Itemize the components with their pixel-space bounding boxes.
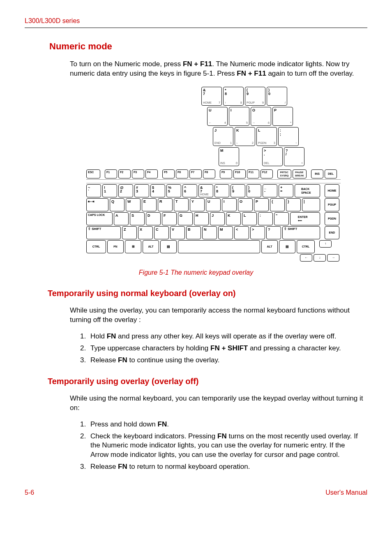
overlay-key: :;− [278, 127, 299, 146]
key-f1: F1 [105, 169, 117, 178]
key-esc: ESC [86, 169, 100, 178]
key-menu: ▤ [160, 240, 177, 253]
key-g: G [178, 212, 193, 225]
page-header: L300/L300D series [25, 16, 367, 28]
key-end: END [325, 226, 339, 239]
keyboard-number-row: ~` !1 @2 #3 $4 %5 ^6 &7HOME *8 (9 )0 _- … [86, 184, 341, 197]
key-4: $4 [150, 184, 165, 197]
key-2: @2 [118, 184, 133, 197]
key-t: T [174, 198, 189, 211]
key-6: ^6 [182, 184, 197, 197]
overlay-key: K↓2 [235, 127, 255, 146]
list-item: Press and hold down FN. [88, 420, 359, 429]
key-p: P [254, 198, 269, 211]
key-lalt: ALT [143, 240, 159, 253]
key-right: → [327, 254, 339, 262]
key-home: HOME [325, 184, 339, 197]
key-rctrl: CTRL [297, 240, 315, 253]
key-v: V [170, 226, 185, 239]
key-f11: F11 [247, 169, 259, 178]
key-z: Z [122, 226, 137, 239]
keyboard-fn-row: ESC F1 F2 F3 F4 F5 F6 F7 F8 F9 F10 F11 F… [86, 169, 341, 178]
overlay-key: >.DEL. [262, 147, 283, 166]
keyboard-arrow-row: ← ↓ → [86, 254, 341, 262]
list-item: Hold FN and press any other key. All key… [88, 332, 359, 341]
key-c: C [154, 226, 169, 239]
numeric-mode-paragraph: To turn on the Numeric mode, press FN + … [70, 60, 363, 79]
key-f9: F9 [220, 169, 232, 178]
heading-numeric-mode: Numeric mode [49, 40, 367, 53]
key-slash: ? [266, 226, 281, 239]
key-tilde: ~` [86, 184, 101, 197]
overlay-key: (9PGUP9 [245, 87, 265, 106]
key-del: DEL [325, 169, 337, 178]
keyboard-z-row: ⇧ SHIFT Z X C V B N M < > ? ⇧ SHIFT END [86, 226, 341, 239]
key-e: E [142, 198, 157, 211]
key-lbracket: { [270, 198, 285, 211]
text: To turn on the Numeric mode, press [70, 60, 183, 68]
overlay-on-intro: While using the overlay, you can tempora… [70, 306, 363, 325]
key-combo: FN + F11 [237, 70, 266, 77]
key-rshift: ⇧ SHIFT [282, 226, 320, 239]
key-rmenu: ▤ [279, 240, 295, 253]
key-r: R [158, 198, 173, 211]
key-pgdn: PGDN [325, 212, 339, 225]
key-7: &7HOME [198, 184, 213, 197]
key-semicolon: : [258, 212, 273, 225]
overlay-key: LPGDN3 [256, 127, 277, 146]
key-b: B [186, 226, 201, 239]
overlay-key: *8↑8 [223, 87, 244, 106]
key-rbracket: } [286, 198, 301, 211]
key-quote: " [274, 212, 289, 225]
key-fn: FN [107, 240, 124, 253]
list-item: Release FN to continue using the overlay… [88, 356, 359, 365]
list-item: Release FN to return to normal keyboard … [88, 462, 359, 472]
overlay-on-steps: Hold FN and press any other key. All key… [78, 332, 359, 365]
page-footer: 5-6 User's Manual [25, 488, 367, 497]
key-1: !1 [102, 184, 117, 197]
key-m: M [218, 226, 233, 239]
overlay-key: U←4 [207, 107, 228, 126]
page-number: 5-6 [25, 488, 34, 497]
heading-overlay-off: Temporarily using overlay (overlay off) [48, 376, 367, 387]
key-enter: ENTER ⟵ [290, 212, 320, 225]
key-f10: F10 [233, 169, 246, 178]
key-s: S [130, 212, 145, 225]
overlay-key: O→6 [251, 107, 271, 126]
key-f2: F2 [118, 169, 131, 178]
list-item: Type uppercase characters by holding FN … [88, 344, 359, 353]
overlay-key: I5 [229, 107, 249, 126]
key-k: K [226, 212, 241, 225]
key-left: ← [300, 254, 312, 262]
key-0: )0 [247, 184, 261, 197]
heading-overlay-on: Temporarily using normal keyboard (overl… [48, 288, 367, 299]
key-w: W [126, 198, 141, 211]
manual-label: User's Manual [325, 488, 367, 497]
overlay-zoom-grid: &7HOME7 *8↑8 (9PGUP9 )0/ U←4 I5 O→6 P* J… [201, 87, 341, 166]
key-a: A [114, 212, 129, 225]
key-o: O [238, 198, 253, 211]
key-f8: F8 [203, 169, 215, 178]
key-j: J [210, 212, 225, 225]
key-y: Y [190, 198, 205, 211]
key-5: %5 [166, 184, 181, 197]
key-f12: F12 [261, 169, 273, 178]
key-ins: INS [311, 169, 323, 178]
key-up: ↑ [319, 240, 332, 248]
keyboard-q-row: ⇤⇥ Q W E R T Y U I O P { } | PGUP [86, 198, 341, 211]
overlay-key: MINS0 [219, 147, 239, 166]
key-n: N [202, 226, 217, 239]
key-minus: _- [263, 184, 277, 197]
figure-caption: Figure 5-1 The numeric keypad overlay [25, 268, 367, 277]
overlay-key: &7HOME7 [201, 87, 222, 106]
figure-keyboard: &7HOME7 *8↑8 (9PGUP9 )0/ U←4 I5 O→6 P* J… [86, 87, 367, 264]
key-comma: < [234, 226, 249, 239]
key-tab: ⇤⇥ [86, 198, 108, 211]
key-backspace: BACK SPACE [295, 184, 320, 197]
key-l: L [242, 212, 257, 225]
overlay-off-intro: While using the normal keyboard, you can… [70, 394, 363, 413]
key-f: F [162, 212, 177, 225]
key-pause: PAUSE BREAK [293, 169, 307, 178]
key-x: X [138, 226, 153, 239]
overlay-key: P* [272, 107, 293, 126]
